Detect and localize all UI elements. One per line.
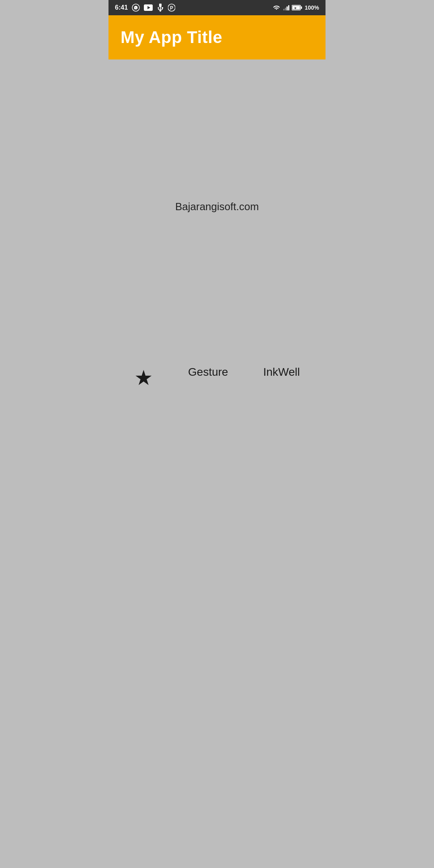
svg-point-11 [160,10,161,12]
parking-icon: P [168,4,175,12]
wifi-icon [272,4,281,11]
svg-point-9 [158,7,159,8]
center-text: Bajarangisoft.com [175,201,259,213]
star-icon: ★ [134,366,153,390]
youtube-icon [144,4,153,11]
svg-rect-10 [162,7,163,8]
screen: 6:41 [108,0,326,434]
status-bar-right: 100% [272,4,319,11]
app-bar: My App Title [108,15,326,59]
svg-text:P: P [170,5,173,11]
app-title: My App Title [121,28,222,47]
usb-icon [157,4,164,12]
svg-rect-15 [301,6,302,9]
whatsapp-icon [132,4,140,12]
battery-icon [292,5,302,10]
svg-rect-3 [159,4,162,7]
bottom-actions: ★ Gesture InkWell [108,354,326,434]
status-bar: 6:41 [108,0,326,15]
gesture-button[interactable]: Gesture [188,366,228,379]
main-content: Bajarangisoft.com [108,59,326,354]
star-button[interactable]: ★ [134,366,153,390]
status-time: 6:41 [115,4,128,11]
gesture-label: Gesture [188,366,228,379]
inkwell-button[interactable]: InkWell [263,366,300,379]
signal-icon [283,5,289,10]
battery-percent: 100% [305,4,319,11]
inkwell-label: InkWell [263,366,300,379]
status-bar-left: 6:41 [115,4,175,12]
